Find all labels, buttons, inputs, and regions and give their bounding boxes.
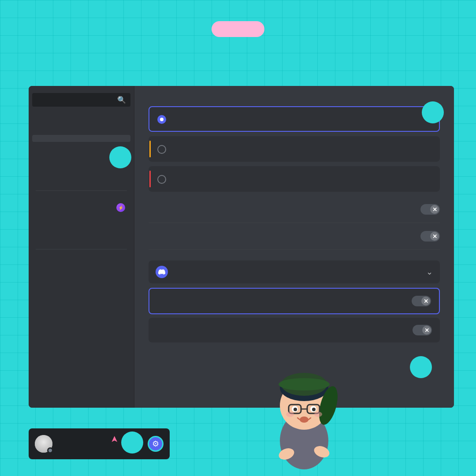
sidebar-item-connections[interactable] <box>32 172 130 179</box>
sidebar-item-clips[interactable] <box>32 180 130 187</box>
radio-filter-all[interactable] <box>149 106 440 132</box>
svg-point-12 <box>312 408 316 411</box>
sidebar-item-appearance[interactable] <box>32 258 130 265</box>
red-bar <box>149 171 151 187</box>
sidebar-item-server-boost[interactable] <box>32 216 130 223</box>
svg-point-13 <box>300 416 309 423</box>
msg-toggle-info <box>156 325 413 327</box>
svg-point-17 <box>314 412 322 417</box>
badge-3 <box>422 101 444 123</box>
sidebar-item-subscriptions[interactable] <box>32 223 130 231</box>
radio-unchecked-icon-nonfriends <box>157 145 166 154</box>
mascot-character <box>260 353 348 476</box>
discord-window: 🔍 <box>29 86 454 408</box>
msg-toggle-switch[interactable]: ✕ <box>413 325 432 335</box>
badge-4 <box>410 356 432 378</box>
svg-point-16 <box>286 412 294 417</box>
toggle-switch-age-commands[interactable]: ✕ <box>420 204 440 215</box>
dm-toggle-switch[interactable]: ✕ <box>412 296 431 306</box>
title-banner <box>212 21 264 37</box>
arrow-decoration: ➤ <box>109 435 119 443</box>
discord-logo-icon <box>156 266 168 278</box>
x-icon-age-commands: ✕ <box>430 205 439 214</box>
status-controls: ➤ ⚙ <box>148 436 164 452</box>
sidebar-item-nitro[interactable]: ⚡ <box>32 200 130 216</box>
status-dot-invisible <box>47 447 53 454</box>
search-icon: 🔍 <box>117 96 126 104</box>
search-bar[interactable]: 🔍 <box>32 93 130 107</box>
sidebar-item-my-account[interactable] <box>32 120 130 127</box>
toggle-age-restricted-commands: ✕ <box>149 196 440 223</box>
sidebar-item-accessibility[interactable] <box>32 266 130 273</box>
radio-inner-dot <box>160 118 164 121</box>
badge-2 <box>109 146 131 168</box>
billing-settings-label <box>32 194 130 200</box>
sidebar-item-profiles[interactable] <box>32 127 130 134</box>
toggle-age-restricted-ios: ✕ <box>149 223 440 250</box>
x-icon-age-ios: ✕ <box>430 232 439 241</box>
radio-filter-non-friends[interactable] <box>149 136 440 162</box>
server-select-dropdown[interactable]: ⌄ <box>149 260 440 283</box>
settings-gear-button[interactable]: ⚙ <box>148 436 164 452</box>
toggle-info-age-ios <box>149 231 420 233</box>
avatar <box>35 435 52 453</box>
radio-checked-icon <box>157 115 166 124</box>
user-settings-label <box>32 115 130 120</box>
direct-messages-row: ✕ <box>149 288 440 314</box>
svg-point-4 <box>279 378 330 390</box>
divider-2 <box>36 249 127 249</box>
chevron-down-icon: ⌄ <box>426 267 433 277</box>
dm-toggle-info <box>157 296 412 298</box>
toggle-switch-age-ios[interactable]: ✕ <box>420 231 440 242</box>
x-icon-dm: ✕ <box>421 297 430 305</box>
nitro-icon: ⚡ <box>116 203 125 212</box>
toggle-info-age-commands <box>149 204 420 206</box>
app-settings-label <box>32 253 130 258</box>
radio-do-not-filter[interactable] <box>149 166 440 192</box>
sidebar-item-gift-inventory[interactable] <box>32 231 130 238</box>
status-bar: ➤ ⚙ <box>29 428 170 459</box>
sidebar: 🔍 <box>29 86 134 408</box>
sidebar-item-content-social[interactable] <box>32 135 130 142</box>
message-requests-row: ✕ <box>149 318 440 342</box>
x-icon-msg: ✕ <box>422 326 431 335</box>
sidebar-item-billing[interactable] <box>32 238 130 245</box>
svg-point-11 <box>294 408 297 411</box>
radio-unchecked-icon-nofilter <box>157 175 166 184</box>
divider-1 <box>36 190 127 191</box>
badge-1 <box>121 431 143 454</box>
yellow-bar <box>149 141 151 157</box>
